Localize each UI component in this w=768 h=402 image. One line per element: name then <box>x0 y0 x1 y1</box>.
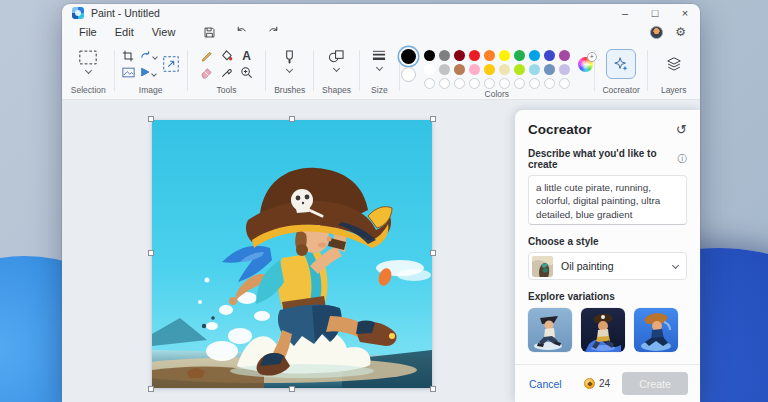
color-swatch[interactable] <box>469 78 480 89</box>
resize-icon <box>161 54 181 74</box>
color-swatch[interactable] <box>439 50 450 61</box>
color-swatch[interactable] <box>499 64 510 75</box>
color-swatch[interactable] <box>424 78 435 89</box>
menu-view[interactable]: View <box>143 24 185 40</box>
prompt-input[interactable]: a little cute pirate, running, colorful,… <box>528 175 687 225</box>
color-swatch[interactable] <box>439 64 450 75</box>
size-button[interactable] <box>368 48 390 71</box>
crop-button[interactable] <box>122 50 134 62</box>
save-button[interactable] <box>200 24 218 40</box>
color-swatch[interactable] <box>424 64 435 75</box>
color-swatch[interactable] <box>529 50 540 61</box>
shapes-button[interactable] <box>325 48 348 72</box>
color-swatch[interactable] <box>424 50 435 61</box>
undo-button[interactable] <box>232 24 250 40</box>
flip-rotate-button[interactable] <box>140 50 157 62</box>
titlebar[interactable]: Paint - Untitled – □ × <box>62 4 700 22</box>
color-swatch[interactable] <box>484 78 495 89</box>
divider <box>114 50 115 91</box>
image-thumbnail-button[interactable] <box>122 67 135 78</box>
resize-handle[interactable] <box>430 250 436 256</box>
gear-icon[interactable]: ⚙ <box>675 26 686 38</box>
color-swatch[interactable] <box>559 50 570 61</box>
credits-count: 24 <box>599 378 610 389</box>
section-image: Image <box>118 42 184 99</box>
color-swatch[interactable] <box>514 78 525 89</box>
color-swatch[interactable] <box>514 64 525 75</box>
variation-thumbnail-2[interactable] <box>581 308 625 352</box>
magnifier-tool-button[interactable] <box>240 66 253 79</box>
section-layers: Layers <box>651 42 696 99</box>
edit-colors-button[interactable] <box>578 57 593 72</box>
text-tool-button[interactable]: A <box>242 50 251 62</box>
info-icon[interactable]: ⓘ <box>678 153 688 166</box>
variation-thumbnail-1[interactable] <box>528 308 572 352</box>
create-button[interactable]: Create <box>622 372 688 395</box>
color-swatch[interactable] <box>544 64 555 75</box>
color-swatch[interactable] <box>484 64 495 75</box>
menu-edit[interactable]: Edit <box>106 24 143 40</box>
resize-handle[interactable] <box>430 116 436 122</box>
layers-button[interactable] <box>659 49 689 79</box>
color-swatch[interactable] <box>499 78 510 89</box>
resize-handle[interactable] <box>289 116 295 122</box>
cancel-button[interactable]: Cancel <box>529 378 562 390</box>
color-swatch[interactable] <box>559 64 570 75</box>
color-swatch[interactable] <box>454 50 465 61</box>
chevron-down-icon[interactable] <box>376 64 383 71</box>
color-swatch[interactable] <box>544 78 555 89</box>
color-swatch[interactable] <box>454 78 465 89</box>
resize-handle[interactable] <box>148 116 154 122</box>
chevron-down-icon[interactable] <box>333 65 340 72</box>
color-swatch[interactable] <box>469 50 480 61</box>
redo-button[interactable] <box>264 24 282 40</box>
color-swatch[interactable] <box>529 64 540 75</box>
color-swatch[interactable] <box>529 78 540 89</box>
describe-label: Describe what you'd like to create ⓘ <box>528 148 687 170</box>
user-avatar[interactable] <box>650 26 663 39</box>
color-swatch[interactable] <box>439 78 450 89</box>
chevron-down-icon[interactable] <box>85 67 92 74</box>
style-dropdown[interactable]: Oil painting <box>528 252 687 280</box>
section-colors: Colors <box>403 42 591 99</box>
resize-handle[interactable] <box>289 386 295 392</box>
brushes-button[interactable] <box>279 48 300 73</box>
fill-tool-button[interactable] <box>220 49 233 62</box>
canvas[interactable] <box>152 120 432 388</box>
eyedropper-tool-button[interactable] <box>220 66 233 79</box>
color-swatch[interactable] <box>484 50 495 61</box>
color-swatch[interactable] <box>514 50 525 61</box>
section-cocreator: Cocreator <box>598 42 645 99</box>
resize-handle[interactable] <box>148 250 154 256</box>
eraser-tool-button[interactable] <box>200 66 213 79</box>
chevron-down-icon[interactable] <box>286 66 293 73</box>
cocreator-button[interactable] <box>606 49 636 79</box>
variation-thumbnail-3[interactable] <box>634 308 678 352</box>
close-button[interactable]: × <box>670 4 700 22</box>
divider <box>647 50 648 91</box>
section-label: Image <box>139 85 163 99</box>
resize-image-button[interactable] <box>161 54 181 74</box>
color-swatch[interactable] <box>559 78 570 89</box>
color-swatch[interactable] <box>544 50 555 61</box>
foreground-swatch[interactable] <box>401 49 416 64</box>
maximize-button[interactable]: □ <box>640 4 670 22</box>
history-icon[interactable]: ↺ <box>676 123 687 136</box>
pencil-tool-button[interactable] <box>200 49 213 62</box>
resize-handle[interactable] <box>148 386 154 392</box>
color-swatch[interactable] <box>454 64 465 75</box>
chevron-down-icon[interactable] <box>151 71 157 77</box>
menu-file[interactable]: File <box>70 24 106 40</box>
color-swatch[interactable] <box>469 64 480 75</box>
pencil-icon <box>200 49 213 62</box>
chevron-down-icon[interactable] <box>152 54 158 60</box>
picture-icon <box>122 67 135 78</box>
rotate-icon <box>140 50 152 62</box>
resize-handle[interactable] <box>430 386 436 392</box>
flip-button[interactable] <box>140 67 156 78</box>
color-swatch[interactable] <box>499 50 510 61</box>
variations-label: Explore variations <box>528 291 687 302</box>
selection-tool-button[interactable] <box>75 48 101 74</box>
background-swatch[interactable] <box>401 67 416 82</box>
minimize-button[interactable]: – <box>610 4 640 22</box>
